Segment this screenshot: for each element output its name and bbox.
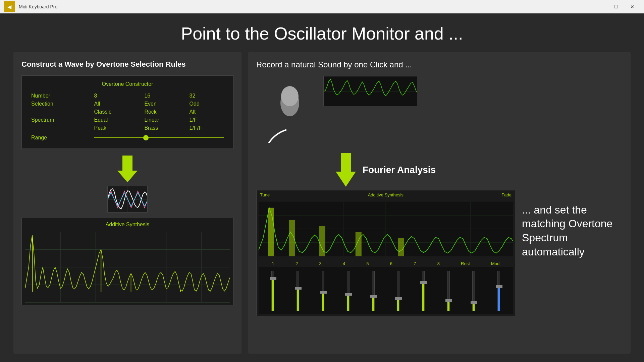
title-bar: ◀ Midi Keyboard Pro ─ ❐ ✕ — [0, 0, 644, 13]
window-controls: ─ ❐ ✕ — [592, 1, 640, 12]
fourier-label: Fourier Analysis — [363, 165, 436, 175]
arrow-down-left — [21, 156, 233, 182]
table-row: Spectrum Equal Linear 1/F — [29, 116, 226, 124]
close-button[interactable]: ✕ — [625, 1, 640, 12]
svg-point-19 — [281, 86, 299, 106]
fader-1[interactable] — [264, 271, 281, 311]
right-content: Fourier Analysis Tune Additive Synthesis… — [256, 76, 623, 346]
fader-4[interactable] — [340, 271, 357, 311]
wave-svg — [108, 186, 148, 213]
table-row: Number 8 16 32 — [29, 92, 226, 100]
svg-rect-33 — [268, 208, 274, 256]
fader-rest[interactable] — [465, 271, 482, 311]
minimize-button[interactable]: ─ — [592, 1, 608, 12]
faders-container — [259, 267, 513, 314]
svg-rect-37 — [398, 238, 404, 256]
svg-rect-34 — [289, 220, 295, 256]
synth-chart-left — [25, 230, 230, 304]
waveform-display — [323, 76, 417, 106]
table-row: Peak Brass 1/F/F — [29, 124, 226, 132]
fader-labels-row: 1 2 3 4 5 6 7 8 Rest Mod — [259, 260, 513, 267]
main-content: Point to the Oscillator Monitor and ... … — [0, 13, 644, 362]
page-title: Point to the Oscillator Monitor and ... — [0, 13, 644, 52]
auto-set-text-container: ... and set the matching Overtone Spectr… — [522, 76, 623, 346]
back-icon: ◀ — [7, 4, 11, 10]
svg-rect-36 — [356, 232, 362, 256]
overtone-box: Overtone Constructor Number 8 16 32 Sele… — [21, 75, 233, 149]
table-row: Classic Rock Alt — [29, 108, 226, 116]
range-slider[interactable] — [94, 136, 224, 139]
back-button[interactable]: ◀ — [4, 1, 15, 12]
mic-area — [256, 76, 515, 143]
wave-preview — [107, 186, 148, 213]
panels-row: Construct a Wave by Overtone Selection R… — [0, 52, 644, 354]
fader-3[interactable] — [315, 271, 331, 311]
microphone-graphic — [256, 76, 317, 143]
synth-right-header: Tune Additive Synthesis Fade — [259, 192, 513, 199]
fader-6[interactable] — [390, 271, 407, 311]
synth-box-title-left: Additive Synthesis — [25, 222, 230, 228]
fader-5[interactable] — [365, 271, 382, 311]
down-arrow-icon — [117, 156, 138, 182]
waveform-svg — [324, 76, 417, 106]
svg-rect-35 — [319, 226, 325, 256]
range-track — [94, 137, 224, 138]
auto-set-text: ... and set the matching Overtone Spectr… — [522, 203, 623, 259]
fourier-section: Fourier Analysis — [336, 153, 436, 187]
fader-2[interactable] — [289, 271, 306, 311]
range-thumb — [143, 135, 149, 140]
synth-right-title: Additive Synthesis — [368, 192, 404, 197]
overtone-table: Number 8 16 32 Selection All Even Odd Cl… — [29, 92, 226, 142]
fader-mod[interactable] — [490, 271, 507, 311]
synth-chart-right — [259, 199, 513, 259]
table-row: Selection All Even Odd — [29, 100, 226, 108]
window-title: Midi Keyboard Pro — [19, 4, 588, 9]
fade-label: Fade — [501, 192, 512, 197]
right-panel-title: Record a natural Sound by one Click and … — [256, 60, 623, 69]
fader-7[interactable] — [415, 271, 432, 311]
fader-8[interactable] — [440, 271, 457, 311]
svg-marker-23 — [336, 153, 356, 187]
range-row: Range — [29, 132, 226, 142]
synth-box-left: Additive Synthesis — [21, 218, 233, 305]
tune-label: Tune — [260, 192, 270, 197]
left-panel: Construct a Wave by Overtone Selection R… — [13, 52, 241, 354]
left-panel-title: Construct a Wave by Overtone Selection R… — [21, 60, 233, 69]
synth-box-right: Tune Additive Synthesis Fade — [256, 190, 515, 316]
right-left-section: Fourier Analysis Tune Additive Synthesis… — [256, 76, 515, 346]
wave-preview-row — [21, 186, 233, 213]
overtone-box-title: Overtone Constructor — [29, 81, 226, 87]
fourier-arrow-icon — [336, 153, 356, 187]
svg-marker-0 — [117, 156, 138, 182]
maximize-button[interactable]: ❐ — [608, 1, 624, 12]
right-panel: Record a natural Sound by one Click and … — [248, 52, 631, 354]
